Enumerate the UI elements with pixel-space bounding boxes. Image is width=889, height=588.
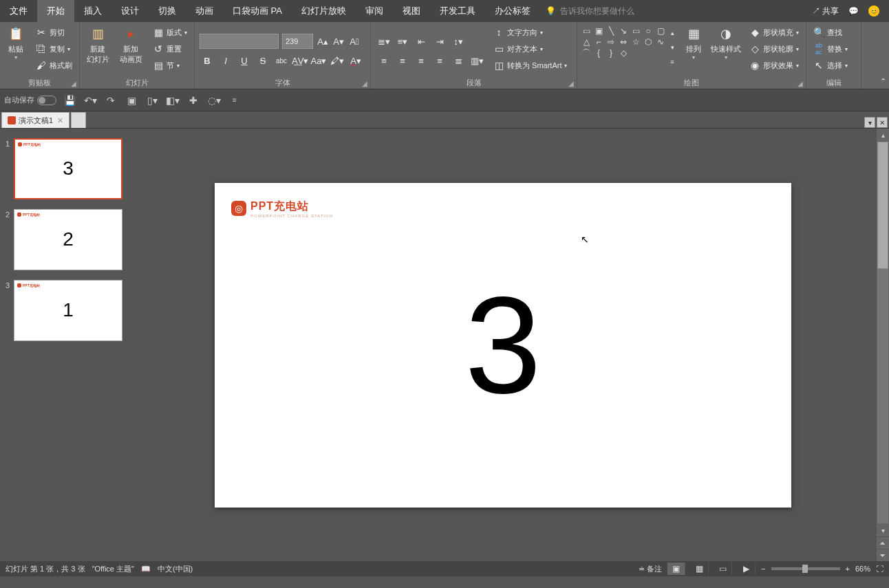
paste-button[interactable]: 📋 粘贴 ▾ — [3, 23, 29, 74]
qat-button-6[interactable]: ◧▾ — [165, 93, 180, 108]
tab-home[interactable]: 开始 — [37, 0, 74, 22]
quick-styles-button[interactable]: ◑ 快速样式 ▾ — [709, 23, 742, 74]
outdent-button[interactable]: ⇤ — [414, 34, 429, 49]
zoom-in-button[interactable]: + — [846, 565, 850, 573]
tab-animations[interactable]: 动画 — [186, 0, 223, 22]
convert-smartart-button[interactable]: ◫转换为 SmartArt ▾ — [491, 58, 569, 73]
font-dialog-launcher[interactable]: ◢ — [362, 80, 367, 87]
shape-arrow-line-icon[interactable]: ↘ — [617, 25, 630, 36]
cut-button[interactable]: ✂剪切 — [34, 25, 74, 40]
tab-view[interactable]: 视图 — [393, 0, 430, 22]
qat-button-7[interactable]: ✚ — [186, 93, 201, 108]
tab-developer[interactable]: 开发工具 — [430, 0, 485, 22]
justify-button[interactable]: ≡ — [432, 53, 447, 68]
shape-rect-icon[interactable]: ▭ — [630, 25, 642, 36]
shape-curve-icon[interactable]: ∿ — [654, 36, 667, 47]
layout-button[interactable]: ▦版式 ▾ — [151, 25, 189, 40]
copy-button[interactable]: ⿻复制 ▾ — [34, 41, 74, 56]
format-painter-button[interactable]: 🖌格式刷 — [34, 58, 74, 73]
zoom-level[interactable]: 66% — [855, 565, 870, 573]
arrange-button[interactable]: ▦ 排列 ▾ — [681, 23, 707, 74]
qat-button-5[interactable]: ▯▾ — [144, 93, 160, 108]
shape-bracket-icon[interactable]: { — [592, 47, 605, 58]
shape-picture-icon[interactable]: ▣ — [592, 25, 605, 36]
shape-arc-icon[interactable]: ⌒ — [580, 47, 592, 58]
new-doc-tab[interactable] — [71, 112, 86, 128]
undo-button[interactable]: ↶▾ — [83, 93, 98, 108]
slide-thumbnail-3[interactable]: PPT充电站 1 — [14, 280, 122, 341]
font-color-button[interactable]: A▾ — [348, 53, 363, 68]
shape-triangle-icon[interactable]: △ — [580, 36, 592, 47]
slideshow-start-button[interactable]: ▣ — [124, 93, 139, 108]
new-anim-page-button[interactable]: ▸ 新加 动画页 — [116, 23, 146, 74]
section-button[interactable]: ▤节 ▾ — [151, 58, 189, 73]
prev-slide-icon[interactable]: ⏶ — [877, 536, 889, 549]
redo-button[interactable]: ↷ — [103, 93, 118, 108]
clear-format-icon[interactable]: A⃠ — [348, 34, 361, 49]
drawing-dialog-launcher[interactable]: ◢ — [797, 80, 803, 87]
distribute-button[interactable]: ≣ — [451, 53, 466, 68]
qat-button-8[interactable]: ◌▾ — [206, 93, 222, 108]
shape-hexagon-icon[interactable]: ⬡ — [642, 36, 654, 47]
slide-thumbnails-panel[interactable]: 1 PPT充电站 3 2 PPT充电站 2 3 PPT充电站 1 — [0, 129, 129, 561]
shapes-gallery[interactable]: ▭ ▣ ╲ ↘ ▭ ○ ▢ △ ⌐ ⇨ ⇔ ☆ ⬡ ∿ ⌒ { } — [580, 23, 667, 69]
indent-button[interactable]: ⇥ — [432, 34, 447, 49]
shape-star-icon[interactable]: ☆ — [630, 36, 642, 47]
collapse-ribbon-icon[interactable]: ⌃ — [880, 77, 886, 86]
spellcheck-icon[interactable]: 📖 — [141, 565, 151, 574]
tab-file[interactable]: 文件 — [0, 0, 37, 22]
reset-button[interactable]: ↺重置 — [151, 41, 189, 56]
clipboard-dialog-launcher[interactable]: ◢ — [71, 80, 76, 87]
save-button[interactable]: 💾 — [62, 93, 77, 108]
shapes-scroll-down-icon[interactable]: ▾ — [667, 41, 678, 54]
columns-button[interactable]: ▥▾ — [469, 53, 484, 68]
shadow-button[interactable]: abc — [274, 53, 289, 68]
new-slide-button[interactable]: ▥ 新建 幻灯片 — [83, 23, 113, 74]
share-button[interactable]: ↗ 共享 — [812, 6, 839, 17]
tell-me-search[interactable]: 💡 告诉我你想要做什么 — [540, 0, 802, 22]
shape-outline-button[interactable]: ◇形状轮廓 ▾ — [747, 41, 801, 56]
qat-customize-button[interactable]: ≡ — [227, 93, 242, 108]
slide-thumbnail-1[interactable]: PPT充电站 3 — [14, 138, 122, 199]
vertical-scrollbar[interactable]: ▴ ▾ ⏶ ⏷ — [877, 129, 889, 561]
slideshow-view-icon[interactable]: ▶ — [738, 563, 756, 575]
numbering-button[interactable]: ≡▾ — [395, 34, 410, 49]
shape-ellipse-icon[interactable]: ○ — [642, 25, 654, 36]
shape-connector-icon[interactable]: ⌐ — [592, 36, 605, 47]
language-indicator[interactable]: 中文(中国) — [158, 564, 193, 574]
reading-view-icon[interactable]: ▭ — [714, 563, 732, 575]
sorter-view-icon[interactable]: ▦ — [691, 563, 709, 575]
slide-counter[interactable]: 幻灯片 第 1 张，共 3 张 — [6, 564, 85, 574]
italic-button[interactable]: I — [218, 53, 233, 68]
tab-dropdown-icon[interactable]: ▾ — [864, 117, 875, 128]
tab-transitions[interactable]: 切换 — [149, 0, 186, 22]
doc-tab-active[interactable]: 演示文稿1 ✕ — [1, 112, 69, 128]
case-button[interactable]: Aa▾ — [311, 53, 326, 68]
shape-line-icon[interactable]: ╲ — [605, 25, 617, 36]
scroll-down-icon[interactable]: ▾ — [877, 524, 889, 536]
spacing-button[interactable]: A͟V▾ — [292, 53, 308, 68]
shape-fill-button[interactable]: ◆形状填充 ▾ — [747, 25, 801, 40]
shape-textbox-icon[interactable]: ▭ — [580, 25, 592, 36]
slide-canvas[interactable]: ◎ PPT充电站 POWERPOINT CHARGE STATION 3 ↖ — [215, 183, 791, 508]
shapes-scroll-up-icon[interactable]: ▴ — [667, 27, 678, 39]
highlight-button[interactable]: 🖍▾ — [330, 53, 345, 68]
next-slide-icon[interactable]: ⏷ — [877, 549, 889, 561]
shape-callout-icon[interactable]: ◇ — [617, 47, 630, 58]
zoom-out-button[interactable]: − — [761, 565, 765, 573]
slide-thumbnail-2[interactable]: PPT充电站 2 — [14, 209, 122, 270]
shape-brace-icon[interactable]: } — [605, 47, 617, 58]
shapes-more-icon[interactable]: ≡ — [667, 56, 678, 68]
shape-roundrect-icon[interactable]: ▢ — [654, 25, 667, 36]
line-spacing-button[interactable]: ↕▾ — [451, 34, 466, 49]
align-text-button[interactable]: ▭对齐文本 ▾ — [491, 41, 569, 56]
notes-button[interactable]: ≐ 备注 — [639, 564, 662, 574]
replace-button[interactable]: abac替换 ▾ — [811, 41, 850, 56]
zoom-slider[interactable] — [771, 567, 840, 570]
shape-arrow-icon[interactable]: ⇨ — [605, 36, 617, 47]
slide-editor[interactable]: ◎ PPT充电站 POWERPOINT CHARGE STATION 3 ↖ — [129, 129, 877, 561]
autosave-toggle[interactable]: 自动保存 — [4, 95, 56, 105]
normal-view-icon[interactable]: ▣ — [667, 563, 685, 575]
decrease-font-icon[interactable]: A▾ — [332, 34, 345, 49]
align-center-button[interactable]: ≡ — [395, 53, 410, 68]
